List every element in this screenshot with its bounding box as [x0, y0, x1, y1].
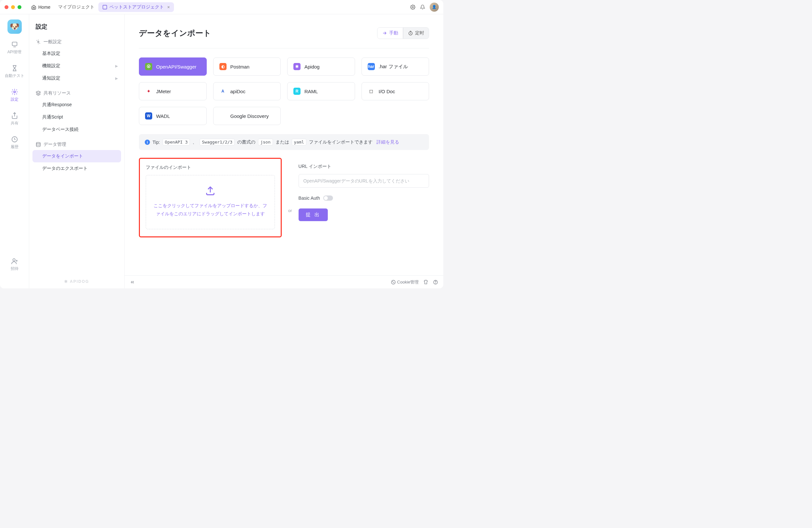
group-shared: 共有リソース: [32, 88, 121, 99]
tab-active-project-label: ペットストアプロジェクト: [110, 4, 164, 10]
manual-icon: [382, 30, 387, 36]
export-label: データのエクスポート: [42, 166, 88, 171]
card-apidoc-label: apiDoc: [230, 89, 246, 94]
submit-button[interactable]: 提 出: [299, 209, 328, 221]
rail-api[interactable]: API管理: [0, 38, 29, 57]
nav-rail: 🐶 API管理 自動テスト 設定 共有 履歴: [0, 14, 29, 288]
sidebar-item-import[interactable]: データをインポート: [32, 150, 121, 162]
url-import-block: URL インポート Basic Auth 提 出: [299, 158, 429, 221]
file-import-title: ファイルのインポート: [146, 165, 275, 170]
settings-icon[interactable]: [410, 4, 416, 10]
file-dropzone[interactable]: ここをクリックしてファイルをアップロードするか、ファイルをこのエリアにドラッグし…: [146, 175, 275, 229]
maximize-window[interactable]: [17, 5, 21, 9]
card-apidoc[interactable]: AapiDoc: [213, 82, 281, 100]
url-import-title: URL インポート: [299, 164, 429, 170]
group-shared-label: 共有リソース: [43, 90, 71, 96]
card-gdisc-label: Google Discovery: [230, 113, 269, 119]
chevron-right-icon: ▶: [115, 64, 118, 68]
rail-autotest[interactable]: 自動テスト: [0, 62, 29, 81]
rail-history-label: 履歴: [11, 144, 18, 150]
api-icon: [11, 41, 18, 48]
seg-manual-label: 手動: [389, 30, 398, 36]
tab-home[interactable]: Home: [27, 3, 54, 12]
database-icon: [36, 142, 41, 147]
sidebar-item-db[interactable]: データベース接続: [32, 124, 121, 136]
file-import-block: ファイルのインポート ここをクリックしてファイルをアップロードするか、ファイルを…: [139, 158, 282, 237]
close-window[interactable]: [4, 5, 9, 9]
import-label: データをインポート: [42, 153, 83, 159]
settings-rail-icon: [11, 88, 18, 96]
close-icon[interactable]: ×: [167, 4, 170, 10]
svg-point-18: [436, 283, 436, 284]
card-iodoc[interactable]: ⬚I/O Doc: [362, 82, 429, 100]
sidebar-item-feature[interactable]: 機能設定▶: [32, 60, 121, 72]
seg-manual[interactable]: 手動: [377, 27, 403, 39]
project-icon: [102, 4, 107, 10]
postman-icon: ◐: [219, 63, 227, 70]
card-har-label: .har ファイル: [379, 63, 408, 70]
gdisc-icon: ✳: [219, 112, 227, 119]
card-wadl-label: WADL: [156, 113, 170, 119]
sidebar-item-basic[interactable]: 基本設定: [32, 47, 121, 60]
collapse-icon[interactable]: [130, 280, 135, 285]
svg-point-14: [391, 280, 395, 284]
svg-point-16: [393, 282, 394, 283]
shirt-icon[interactable]: [423, 280, 429, 285]
statusbar: Cookie管理: [125, 275, 443, 288]
app-logo[interactable]: 🐶: [8, 19, 22, 34]
tip-label: Tip:: [153, 140, 160, 145]
sidebar-item-response[interactable]: 共通Response: [32, 99, 121, 111]
rail-autotest-label: 自動テスト: [5, 73, 24, 79]
main-content: データをインポート 手動 定时 ⦿OpenAPI/Swagger ◐Postma…: [125, 14, 443, 288]
tip-sep1: 、: [192, 139, 197, 145]
cookie-chip[interactable]: Cookie管理: [391, 279, 419, 285]
svg-rect-2: [12, 42, 17, 46]
card-raml-label: RAML: [304, 89, 318, 94]
minimize-window[interactable]: [11, 5, 15, 9]
sidebar-item-export[interactable]: データのエクスポート: [32, 162, 121, 175]
tab-my-project[interactable]: マイプロジェクト: [54, 2, 98, 12]
titlebar: Home マイプロジェクト ペットストアプロジェクト × 👤: [0, 0, 443, 14]
rail-invite-label: 招待: [11, 266, 18, 271]
basic-auth-label: Basic Auth: [299, 196, 320, 201]
card-gdisc[interactable]: ✳Google Discovery: [213, 107, 281, 125]
card-openapi[interactable]: ⦿OpenAPI/Swagger: [139, 57, 207, 76]
basic-auth-toggle[interactable]: [323, 196, 333, 201]
rail-invite[interactable]: 招待: [0, 255, 29, 274]
sidebar-item-notify[interactable]: 通知設定▶: [32, 72, 121, 84]
rail-share[interactable]: 共有: [0, 110, 29, 129]
divider: [139, 48, 429, 48]
group-data-label: データ管理: [43, 142, 66, 147]
card-har[interactable]: har.har ファイル: [362, 57, 429, 76]
format-cards: ⦿OpenAPI/Swagger ◐Postman ✱Apidog har.ha…: [139, 57, 429, 125]
group-data: データ管理: [32, 139, 121, 150]
avatar[interactable]: 👤: [430, 3, 439, 12]
chevron-right-icon: ▶: [115, 76, 118, 81]
help-icon[interactable]: [433, 280, 438, 285]
rail-history[interactable]: 履歴: [0, 133, 29, 152]
sidebar-item-script[interactable]: 共通Script: [32, 111, 121, 124]
autotest-icon: [11, 65, 18, 72]
tab-active-project[interactable]: ペットストアプロジェクト ×: [98, 2, 174, 12]
rail-settings[interactable]: 設定: [0, 86, 29, 105]
card-jmeter[interactable]: ✦JMeter: [139, 82, 207, 100]
tip-link[interactable]: 詳細を見る: [376, 139, 399, 145]
card-openapi-label: OpenAPI/Swagger: [156, 64, 196, 70]
card-wadl[interactable]: WWADL: [139, 107, 207, 125]
tip-code1: OpenAPI 3: [163, 139, 190, 145]
svg-marker-10: [36, 91, 40, 93]
cookie-label: Cookie管理: [397, 279, 419, 285]
tip-code3: json: [258, 139, 273, 145]
card-apidog[interactable]: ✱Apidog: [287, 57, 355, 76]
svg-point-3: [14, 91, 16, 93]
har-icon: har: [368, 63, 375, 70]
sidebar-title: 設定: [32, 21, 121, 37]
seg-scheduled[interactable]: 定时: [403, 27, 429, 39]
card-postman-label: Postman: [230, 64, 250, 70]
card-raml[interactable]: RRAML: [287, 82, 355, 100]
card-postman[interactable]: ◐Postman: [213, 57, 281, 76]
seg-scheduled-label: 定时: [415, 30, 424, 36]
bell-icon[interactable]: [420, 4, 425, 10]
url-input[interactable]: [299, 174, 429, 188]
tip-mid1: の書式の: [237, 139, 256, 145]
